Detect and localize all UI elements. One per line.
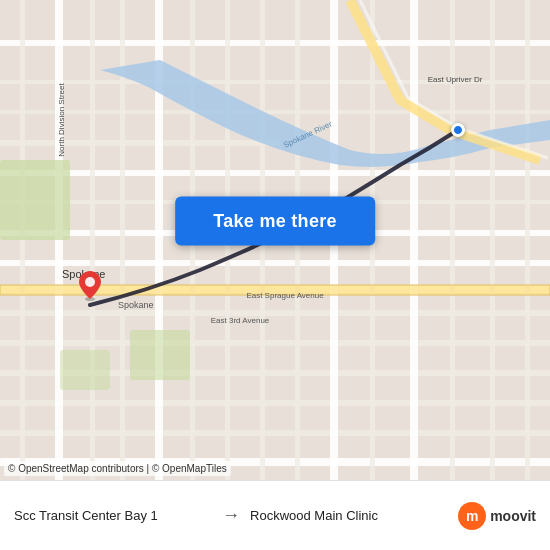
- svg-rect-5: [0, 170, 550, 176]
- bottom-bar: Scc Transit Center Bay 1 → Rockwood Main…: [0, 480, 550, 550]
- svg-rect-10: [0, 310, 550, 316]
- svg-rect-1: [0, 40, 550, 46]
- origin-label: Scc Transit Center Bay 1: [14, 508, 212, 523]
- map-attribution: © OpenStreetMap contributors | © OpenMap…: [4, 461, 231, 476]
- svg-rect-14: [0, 430, 550, 436]
- svg-rect-28: [450, 0, 455, 480]
- svg-rect-4: [0, 140, 280, 146]
- svg-text:Spokane: Spokane: [118, 300, 154, 310]
- svg-rect-32: [130, 330, 190, 380]
- moovit-logo-icon: m: [458, 502, 486, 530]
- svg-text:East 3rd Avenue: East 3rd Avenue: [211, 316, 270, 325]
- svg-text:North Division Street: North Division Street: [57, 83, 66, 157]
- svg-rect-30: [525, 0, 530, 480]
- svg-rect-27: [410, 0, 418, 480]
- arrow-icon: →: [222, 505, 240, 526]
- destination-label: Rockwood Main Clinic: [250, 508, 448, 523]
- svg-rect-31: [0, 160, 70, 240]
- svg-rect-13: [0, 400, 550, 406]
- destination-dot: [451, 123, 465, 137]
- svg-rect-29: [490, 0, 495, 480]
- svg-text:East Sprague Avenue: East Sprague Avenue: [246, 291, 324, 300]
- svg-rect-8: [0, 260, 550, 266]
- svg-rect-33: [60, 350, 110, 390]
- origin-pin: [79, 271, 101, 305]
- svg-rect-11: [0, 340, 550, 346]
- svg-rect-18: [90, 0, 95, 480]
- svg-text:East Upriver Dr: East Upriver Dr: [428, 75, 483, 84]
- take-me-there-button[interactable]: Take me there: [175, 196, 375, 245]
- svg-rect-3: [0, 110, 550, 114]
- moovit-logo: m moovit: [458, 502, 536, 530]
- svg-point-46: [85, 277, 95, 287]
- moovit-label: moovit: [490, 508, 536, 524]
- map-container: North Ash Street North Division Street N…: [0, 0, 550, 480]
